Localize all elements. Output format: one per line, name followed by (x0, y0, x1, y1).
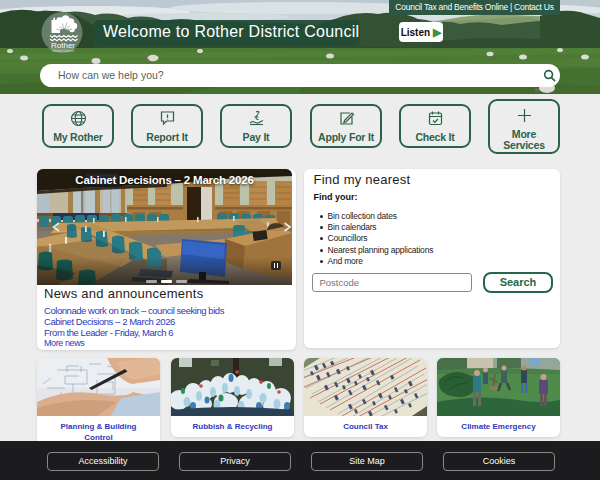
svg-text:District Council: District Council (52, 49, 74, 53)
